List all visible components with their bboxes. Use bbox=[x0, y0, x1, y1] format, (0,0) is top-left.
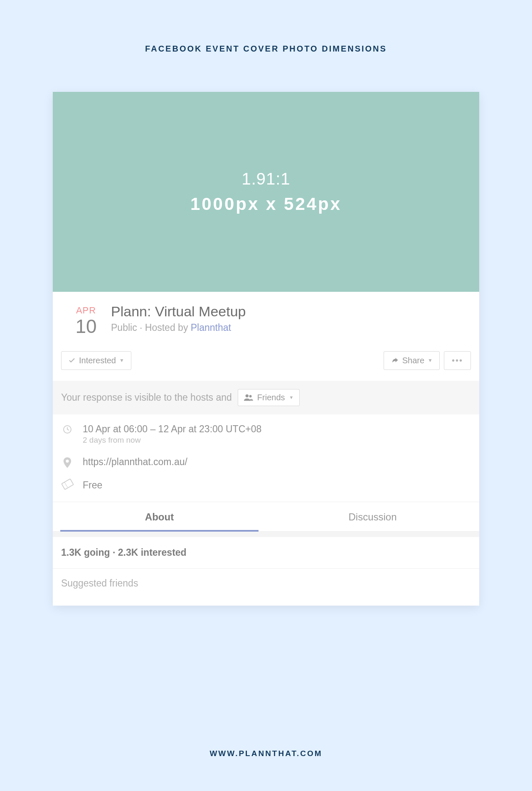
clock-icon bbox=[61, 424, 74, 434]
tab-discussion[interactable]: Discussion bbox=[266, 502, 479, 531]
cover-dimensions: 1000px x 524px bbox=[190, 194, 342, 214]
audience-label: Friends bbox=[257, 393, 285, 402]
ellipsis-icon: ••• bbox=[452, 356, 463, 365]
interested-button[interactable]: Interested ▼ bbox=[61, 351, 131, 370]
cover-photo-placeholder: 1.91:1 1000px x 524px bbox=[53, 92, 479, 292]
svg-rect-3 bbox=[62, 479, 74, 490]
event-time-relative: 2 days from now bbox=[83, 436, 261, 445]
event-day: 10 bbox=[61, 316, 111, 337]
more-options-button[interactable]: ••• bbox=[444, 351, 471, 370]
svg-line-4 bbox=[64, 482, 68, 488]
caret-down-icon: ▼ bbox=[289, 395, 294, 400]
visibility-text: Your response is visible to the hosts an… bbox=[61, 392, 232, 403]
detail-time-row: 10 Apr at 06:00 – 12 Apr at 23:00 UTC+08… bbox=[61, 424, 471, 445]
svg-point-1 bbox=[249, 395, 252, 397]
interested-label: Interested bbox=[79, 356, 116, 365]
share-label: Share bbox=[402, 356, 424, 365]
attendance-stats: 1.3K going · 2.3K interested bbox=[53, 537, 479, 569]
section-divider bbox=[53, 531, 479, 537]
detail-price-row: Free bbox=[61, 480, 471, 491]
event-privacy: Public bbox=[111, 322, 137, 333]
suggested-friends-label: Suggested friends bbox=[53, 569, 479, 606]
event-title: Plann: Virtual Meetup bbox=[111, 303, 471, 320]
caret-down-icon: ▼ bbox=[428, 357, 433, 363]
svg-point-0 bbox=[246, 394, 249, 397]
event-date-block: APR 10 bbox=[61, 303, 111, 337]
friends-icon bbox=[244, 394, 253, 401]
visibility-row: Your response is visible to the hosts an… bbox=[53, 381, 479, 414]
caret-down-icon: ▼ bbox=[119, 357, 124, 363]
event-time-range: 10 Apr at 06:00 – 12 Apr at 23:00 UTC+08 bbox=[83, 424, 261, 435]
tab-about[interactable]: About bbox=[53, 502, 266, 531]
host-link[interactable]: Plannthat bbox=[191, 322, 231, 333]
ticket-icon bbox=[60, 477, 75, 490]
page-title: FACEBOOK EVENT COVER PHOTO DIMENSIONS bbox=[0, 44, 532, 54]
location-pin-icon bbox=[61, 456, 74, 468]
action-button-row: Interested ▼ Share ▼ ••• bbox=[53, 341, 479, 381]
event-card: 1.91:1 1000px x 524px APR 10 Plann: Virt… bbox=[53, 92, 479, 606]
event-month: APR bbox=[61, 305, 111, 316]
footer-url: WWW.PLANNTHAT.COM bbox=[0, 749, 532, 758]
separator-dot: · bbox=[140, 322, 145, 333]
event-subtitle: Public · Hosted by Plannthat bbox=[111, 322, 471, 333]
audience-selector-button[interactable]: Friends ▼ bbox=[238, 389, 300, 406]
event-location[interactable]: https://plannthat.com.au/ bbox=[83, 456, 187, 468]
event-header: APR 10 Plann: Virtual Meetup Public · Ho… bbox=[53, 292, 479, 341]
share-button[interactable]: Share ▼ bbox=[384, 351, 440, 370]
hosted-by-label: Hosted by bbox=[145, 322, 188, 333]
detail-location-row: https://plannthat.com.au/ bbox=[61, 456, 471, 468]
check-icon bbox=[68, 357, 76, 364]
tabs-row: About Discussion bbox=[53, 502, 479, 531]
event-details: 10 Apr at 06:00 – 12 Apr at 23:00 UTC+08… bbox=[53, 414, 479, 502]
event-price: Free bbox=[83, 480, 102, 491]
share-arrow-icon bbox=[391, 357, 399, 364]
cover-aspect-ratio: 1.91:1 bbox=[241, 170, 290, 188]
